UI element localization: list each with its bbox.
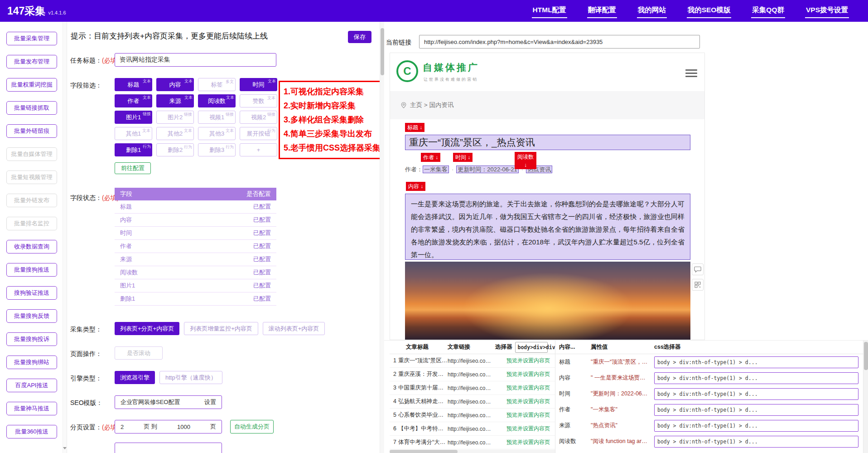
article-body[interactable]: 一生是要来这场贾志刚的旅途。关于出去旅途，你种蠢想到的会是去哪旅途呢？大部分人可… [405, 194, 690, 260]
article-link-cell[interactable]: http://feijiseo.com/in... [448, 371, 493, 378]
field-button[interactable]: 赞数 文本 [240, 94, 277, 107]
meta-author[interactable]: 一米集客 [423, 166, 449, 173]
preview-action-link[interactable]: 预览并设置内容页 [493, 411, 550, 419]
collect-type-option[interactable]: 列表页+分页+内容页 [115, 322, 179, 335]
status-configured-link[interactable]: 已配置 [253, 268, 271, 277]
status-configured-link[interactable]: 已配置 [253, 282, 271, 290]
article-link-cell[interactable]: http://feijiseo.com/in... [448, 439, 493, 446]
topnav-item[interactable]: 我的网站 [637, 4, 667, 18]
css-selector-input[interactable]: body > div:nth-of-type(1) > d... [654, 420, 858, 432]
field-button[interactable]: 图片1 链接 [115, 111, 152, 124]
field-button[interactable]: 图片2 链接 [156, 111, 194, 124]
field-button[interactable]: + [240, 143, 277, 156]
scrollbar-thumb[interactable] [390, 450, 458, 453]
task-title-input[interactable] [115, 53, 276, 67]
topnav-item[interactable]: HTML配置 [532, 4, 567, 18]
css-selector-input[interactable]: body > div:nth-of-type(1) > d... [654, 388, 858, 400]
preview-action-link[interactable]: 预览并设置内容页 [493, 425, 550, 433]
css-selector-input[interactable]: body > div:nth-of-type(1) > d... [654, 356, 858, 368]
preview-action-link[interactable]: 预览并设置内容页 [493, 357, 550, 365]
pagination-box[interactable]: 2 页 到 1000 页 [115, 420, 222, 434]
status-configured-link[interactable]: 已配置 [253, 229, 271, 237]
breadcrumb[interactable]: 主页 > 国内资讯 [410, 101, 453, 109]
sidebar-item[interactable]: 批量搜狗绑站 [6, 356, 57, 369]
field-button[interactable]: 展开按钮 行为 [240, 127, 277, 140]
status-configured-link[interactable]: 已配置 [253, 203, 271, 211]
field-button[interactable]: 标签 多文 [198, 78, 236, 91]
topnav-item[interactable]: VPS拨号设置 [805, 4, 849, 18]
tag-time[interactable]: 时间 ↓ [453, 153, 473, 162]
field-button[interactable]: 标题 文本 [115, 78, 152, 91]
field-button[interactable]: 删除1 行为 [115, 143, 152, 156]
field-button[interactable]: 其他3 文本 [198, 127, 236, 140]
status-configured-link[interactable]: 已配置 [253, 216, 271, 224]
field-button[interactable]: 其他2 文本 [156, 127, 194, 140]
sidebar-item[interactable]: 批量神马推送 [6, 402, 57, 415]
status-configured-link[interactable]: 已配置 [253, 295, 271, 303]
preview-action-link[interactable]: 预览并设置内容页 [493, 438, 550, 446]
field-button[interactable]: 作者 文本 [115, 94, 152, 107]
article-link-cell[interactable]: http://feijiseo.com/in... [448, 399, 493, 405]
sidebar-item[interactable]: 批量搜狗反馈 [6, 309, 57, 323]
status-configured-link[interactable]: 已配置 [253, 242, 271, 250]
selector-input[interactable]: body>div>div [515, 342, 548, 353]
article-link-cell[interactable]: http://feijiseo.com/in... [448, 426, 493, 432]
preview-action-link[interactable]: 预览并设置内容页 [493, 370, 550, 378]
engine-option[interactable]: 浏览器引擎 [115, 371, 155, 384]
seo-template-select[interactable]: 企业官网装修SEO配置 设置 [115, 395, 222, 409]
article-link-cell[interactable]: http://feijiseo.com/in... [448, 412, 493, 419]
article-link-cell[interactable]: http://feijiseo.com/in... [448, 358, 493, 364]
css-selector-input[interactable]: body > div:nth-of-type(1) > d... [654, 404, 858, 416]
scrollbar-thumb[interactable] [864, 342, 868, 370]
scroll-down-chevron[interactable] [63, 447, 67, 449]
sidebar-item[interactable]: 百度API推送 [6, 379, 57, 392]
truncated-input[interactable] [115, 443, 222, 453]
tag-content[interactable]: 内容 ↓ [406, 182, 425, 191]
sidebar-item[interactable]: 批量采集管理 [6, 32, 57, 45]
page-action-option[interactable]: 是否滚动 [115, 346, 163, 360]
topnav-item[interactable]: 采集QQ群 [751, 4, 785, 18]
engine-option[interactable]: http引擎（速度快） [159, 371, 222, 384]
preview-action-link[interactable]: 预览并设置内容页 [493, 398, 550, 405]
sidebar-scrollbar[interactable] [63, 22, 67, 453]
css-selector-input[interactable]: body > div:nth-of-type(1) > d... [654, 436, 858, 448]
article-link-cell[interactable]: http://feijiseo.com/in... [448, 385, 493, 391]
pagination-to[interactable]: 1000 [177, 424, 190, 430]
css-selector-input[interactable]: body > div:nth-of-type(1) > d... [654, 372, 858, 384]
collect-type-option[interactable]: 列表页增量监控+内容页 [184, 322, 258, 335]
sidebar-item[interactable]: 批量权重词挖掘 [6, 78, 57, 92]
menu-icon[interactable] [685, 69, 697, 79]
sidebar-item[interactable]: 批量链接抓取 [6, 101, 57, 115]
auto-generate-button[interactable]: 自动生成分页 [230, 420, 274, 434]
seo-settings-link[interactable]: 设置 [204, 398, 216, 406]
goto-config-button[interactable]: 前往配置 [115, 162, 151, 174]
field-button[interactable]: 阅读数 文本 [198, 94, 236, 107]
article-title[interactable]: 重庆一“顶流”景区，_热点资讯 [405, 135, 690, 150]
sidebar-item[interactable]: 搜狗验证推送 [6, 286, 57, 300]
collect-type-option[interactable]: 滚动列表页+内容页 [263, 322, 325, 335]
topnav-item[interactable]: 翻译配置 [587, 4, 617, 18]
field-button[interactable]: 视频2 链接 [240, 111, 277, 124]
tag-reads[interactable]: 阅读数 ↓ [515, 152, 536, 169]
topnav-item[interactable]: 我的SEO模版 [687, 4, 732, 18]
status-configured-link[interactable]: 已配置 [253, 255, 271, 263]
sidebar-item[interactable]: 批量外链留痕 [6, 124, 57, 138]
pagination-from[interactable]: 2 [121, 424, 124, 430]
current-link-input[interactable] [419, 35, 700, 49]
sidebar-item[interactable]: 批量搜狗推送 [6, 263, 57, 277]
vertical-scrollbar[interactable] [863, 341, 868, 453]
meta-time[interactable]: 更新时间：2022-06-21 [456, 166, 519, 173]
field-button[interactable]: 视频1 链接 [198, 111, 236, 124]
preview-action-link[interactable]: 预览并设置内容页 [493, 384, 550, 392]
sidebar-item[interactable]: 批量排名监控 [6, 217, 57, 230]
scrollbar-thumb[interactable] [381, 28, 384, 75]
field-button[interactable]: 删除3 行为 [198, 143, 236, 156]
sidebar-item[interactable]: 批量搜狗投诉 [6, 332, 57, 346]
tag-author[interactable]: 作者 ↓ [421, 153, 440, 162]
tag-title[interactable]: 标题 ↓ [405, 123, 424, 132]
horizontal-scrollbar[interactable] [390, 450, 555, 453]
field-button[interactable]: 时间 文本 [240, 78, 277, 91]
field-button[interactable]: 来源 文本 [156, 94, 194, 107]
chat-float-button[interactable] [692, 263, 704, 275]
sidebar-item[interactable]: 批量自媒体管理 [6, 147, 57, 161]
